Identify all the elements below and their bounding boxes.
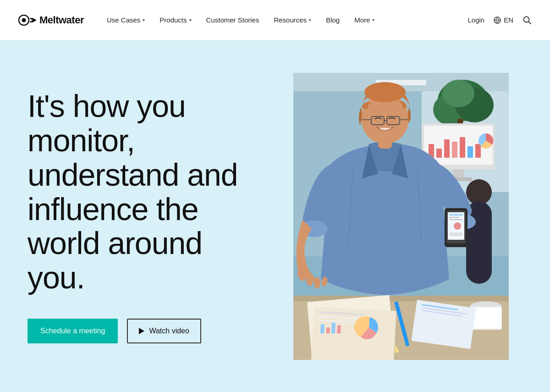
search-button[interactable] <box>522 16 532 25</box>
svg-point-27 <box>466 179 492 205</box>
svg-point-2 <box>494 17 500 23</box>
svg-point-47 <box>454 222 461 230</box>
svg-rect-19 <box>444 139 450 158</box>
watch-video-button[interactable]: Watch video <box>127 319 201 343</box>
svg-rect-44 <box>449 214 463 215</box>
chevron-down-icon: ▾ <box>372 17 374 22</box>
svg-rect-63 <box>337 325 341 333</box>
svg-point-40 <box>364 82 406 102</box>
play-icon <box>139 328 144 334</box>
svg-rect-23 <box>475 144 481 158</box>
svg-rect-54 <box>293 296 509 301</box>
hero-content: It's how you monitor, understand and inf… <box>28 89 266 343</box>
schedule-meeting-button[interactable]: Schedule a meeting <box>28 319 118 343</box>
svg-rect-20 <box>452 142 457 158</box>
nav-item-blog[interactable]: Blog <box>319 12 346 28</box>
nav-item-products[interactable]: Products ▾ <box>153 12 198 28</box>
language-selector[interactable]: EN <box>494 16 513 24</box>
svg-point-51 <box>314 277 320 288</box>
chevron-down-icon: ▾ <box>309 17 311 22</box>
chevron-down-icon: ▾ <box>189 17 192 22</box>
hero-image <box>293 73 509 360</box>
hero-headline: It's how you monitor, understand and inf… <box>28 89 266 295</box>
nav-links: Use Cases ▾ Products ▾ Customer Stories … <box>100 12 468 28</box>
svg-rect-62 <box>331 323 336 333</box>
svg-rect-46 <box>449 219 462 220</box>
svg-rect-61 <box>326 327 330 333</box>
svg-rect-60 <box>320 324 324 333</box>
language-label: EN <box>504 16 513 24</box>
logo-icon <box>18 15 37 26</box>
logo[interactable]: Meltwater <box>18 14 84 26</box>
navbar: Meltwater Use Cases ▾ Products ▾ Custome… <box>0 0 550 40</box>
nav-item-more[interactable]: More ▾ <box>348 12 381 28</box>
svg-point-12 <box>442 80 474 107</box>
search-icon <box>522 16 532 25</box>
nav-item-customer-stories[interactable]: Customer Stories <box>200 12 266 28</box>
nav-right: Login EN <box>468 16 532 25</box>
globe-icon <box>494 17 501 24</box>
svg-rect-21 <box>460 137 465 158</box>
nav-item-resources[interactable]: Resources ▾ <box>267 12 318 28</box>
svg-rect-48 <box>449 232 463 236</box>
svg-rect-45 <box>449 217 459 218</box>
chevron-down-icon: ▾ <box>143 17 145 22</box>
nav-item-use-cases[interactable]: Use Cases ▾ <box>100 12 151 28</box>
hero-illustration <box>293 73 509 360</box>
hero-image-wrapper <box>293 73 509 360</box>
svg-rect-18 <box>436 149 442 158</box>
hero-section: It's how you monitor, understand and inf… <box>0 40 550 392</box>
svg-rect-22 <box>468 146 473 158</box>
svg-point-1 <box>22 18 26 22</box>
login-link[interactable]: Login <box>468 16 484 24</box>
svg-rect-25 <box>453 169 464 178</box>
logo-text: Meltwater <box>39 14 84 26</box>
hero-buttons: Schedule a meeting Watch video <box>28 319 266 343</box>
